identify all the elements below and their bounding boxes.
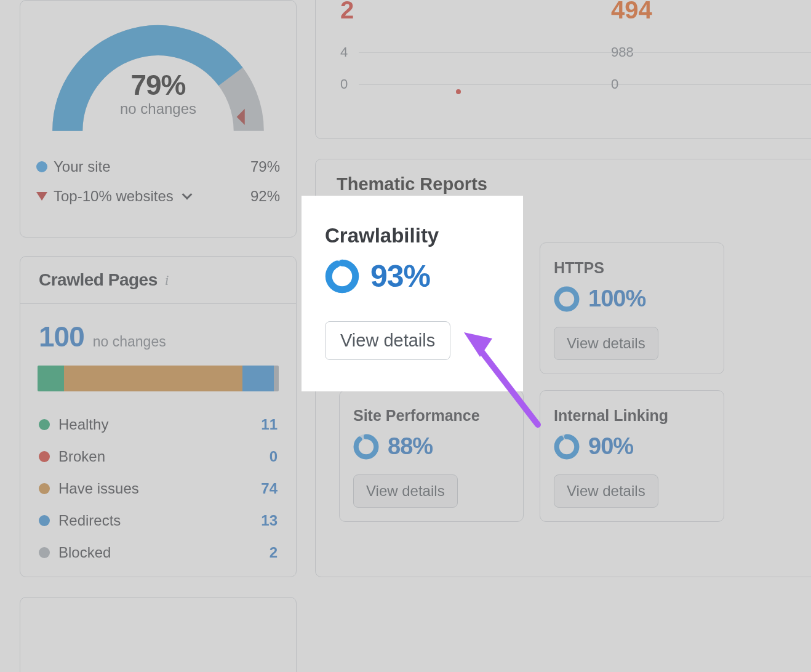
report-card[interactable]: Internal Linking90%View details xyxy=(540,390,724,522)
metric-warnings-value: 494 xyxy=(611,0,811,24)
svg-point-4 xyxy=(356,436,377,457)
metric-warnings[interactable]: Warnings i 494 988 0 xyxy=(611,0,811,100)
svg-point-2 xyxy=(557,289,577,309)
legend-your-site: Your site 79% xyxy=(36,152,280,182)
crawl-legend-label: Have issues xyxy=(58,480,139,497)
dot-icon xyxy=(39,547,50,558)
legend-top10-label: Top-10% websites xyxy=(54,188,174,205)
svg-point-8 xyxy=(329,263,356,290)
partial-card xyxy=(20,597,297,672)
tick-label: 0 xyxy=(340,76,348,92)
site-health-subtext: no changes xyxy=(47,100,269,118)
bar-segment-healthy xyxy=(38,366,64,391)
site-health-gauge: 79% no changes xyxy=(47,19,269,142)
crawl-legend-value: 13 xyxy=(261,512,278,529)
bar-segment-issues xyxy=(64,366,242,391)
report-title: Site Performance xyxy=(353,407,509,425)
crawl-legend-row[interactable]: Blocked2 xyxy=(39,537,278,569)
report-title: Crawlability xyxy=(325,224,500,247)
view-details-button[interactable]: View details xyxy=(325,321,450,360)
site-health-card: 79% no changes Your site 79% Top-10% web… xyxy=(20,0,297,238)
crawl-legend-row[interactable]: Redirects13 xyxy=(39,505,278,537)
dot-icon xyxy=(36,161,47,172)
view-details-button[interactable]: View details xyxy=(353,474,458,508)
spark-dot-icon xyxy=(456,89,461,94)
report-percent: 88% xyxy=(388,433,433,460)
dot-icon xyxy=(39,419,50,430)
report-percent: 100% xyxy=(588,286,645,312)
crawled-pages-bar xyxy=(38,366,279,391)
report-percent: 90% xyxy=(588,433,633,460)
crawled-pages-card: Crawled Pages i 100 no changes Healthy11… xyxy=(20,256,297,577)
triangle-down-icon xyxy=(36,192,47,201)
info-icon[interactable]: i xyxy=(165,272,169,289)
crawl-legend-value: 11 xyxy=(261,416,278,433)
tick-label: 988 xyxy=(611,44,634,60)
crawl-legend-value: 74 xyxy=(261,480,278,497)
report-percent: 93% xyxy=(370,258,430,294)
report-card[interactable]: Site Performance88%View details xyxy=(339,390,524,522)
report-title: Internal Linking xyxy=(554,407,710,425)
report-card-crawlability[interactable]: Crawlability 93% View details xyxy=(302,196,523,391)
report-title: HTTPS xyxy=(554,259,710,277)
progress-ring-icon xyxy=(353,434,379,460)
crawl-legend-label: Broken xyxy=(58,448,105,465)
bar-segment-redirects xyxy=(242,366,274,391)
progress-ring-icon xyxy=(554,434,580,460)
legend-top10[interactable]: Top-10% websites 92% xyxy=(36,182,280,211)
crawl-legend-value: 0 xyxy=(270,448,278,465)
legend-top10-value: 92% xyxy=(250,188,280,205)
svg-point-6 xyxy=(557,436,577,457)
crawl-legend-label: Redirects xyxy=(58,512,121,529)
bar-segment-blocked xyxy=(274,366,279,391)
progress-ring-icon xyxy=(325,259,359,294)
thematic-reports-title: Thematic Reports xyxy=(337,174,810,194)
crawled-pages-count[interactable]: 100 xyxy=(39,320,84,353)
dot-icon xyxy=(39,451,50,462)
crawl-legend-row[interactable]: Have issues74 xyxy=(39,473,278,505)
crawl-legend-label: Healthy xyxy=(58,416,108,433)
report-card[interactable]: HTTPS100%View details xyxy=(540,242,724,374)
legend-your-site-label: Your site xyxy=(54,158,111,175)
dot-icon xyxy=(39,515,50,526)
chevron-down-icon xyxy=(182,190,192,200)
tick-label: 4 xyxy=(340,44,348,60)
view-details-button[interactable]: View details xyxy=(554,474,658,508)
crawl-legend-row[interactable]: Broken0 xyxy=(39,441,278,473)
dot-icon xyxy=(39,483,50,494)
crawled-pages-subtext: no changes xyxy=(93,334,166,350)
metric-errors[interactable]: Errors i 2 4 0 xyxy=(340,0,574,100)
crawl-legend-row[interactable]: Healthy11 xyxy=(39,409,278,441)
legend-your-site-value: 79% xyxy=(250,158,280,175)
site-health-percent: 79% xyxy=(47,68,269,102)
crawled-pages-title: Crawled Pages xyxy=(39,270,158,290)
crawl-legend-value: 2 xyxy=(270,544,278,561)
progress-ring-icon xyxy=(554,286,580,312)
tick-label: 0 xyxy=(611,76,618,92)
metric-errors-value: 2 xyxy=(340,0,574,24)
view-details-button[interactable]: View details xyxy=(554,327,658,360)
metrics-card: Errors i 2 4 0 Warnings i 494 988 0 xyxy=(315,0,811,139)
crawl-legend-label: Blocked xyxy=(58,544,111,561)
